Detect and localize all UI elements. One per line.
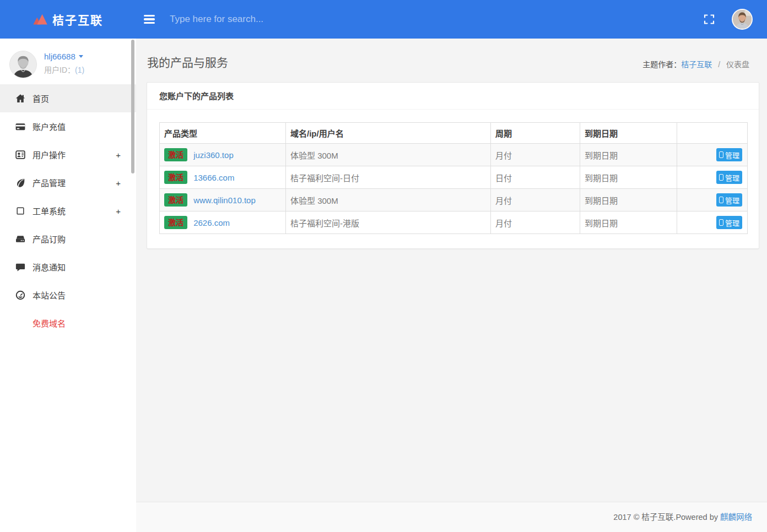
- dashboard-icon: [15, 290, 26, 301]
- expand-plus-icon[interactable]: +: [116, 150, 121, 159]
- sidebar-item-product-order[interactable]: 产品订购: [0, 225, 136, 253]
- sidebar: hlj66688 用户ID：(1) 首页: [0, 39, 136, 532]
- sidebar-username[interactable]: hlj66688: [44, 52, 84, 61]
- brand-title: 桔子互联: [52, 11, 103, 28]
- fullscreen-expand-icon[interactable]: [704, 14, 715, 25]
- sidebar-item-free-domain[interactable]: 免费域名: [0, 309, 136, 337]
- col-header-expiry: 到期日期: [580, 123, 677, 144]
- user-photo-avatar: [733, 10, 752, 29]
- status-badge: 激活: [164, 171, 187, 184]
- credit-card-icon: [15, 121, 26, 132]
- sidebar-user-panel: hlj66688 用户ID：(1): [0, 39, 136, 84]
- sidebar-menu: 首页 账户充值 用户操作 +: [0, 84, 136, 337]
- status-badge: 激活: [164, 148, 187, 161]
- user-photo-avatar-grayscale: [10, 51, 36, 78]
- home-icon: [15, 93, 26, 104]
- domain-link[interactable]: 13666.com: [193, 173, 234, 182]
- footer-text: 2017 © 桔子互联.Powered by: [613, 513, 720, 522]
- square-outline-icon: [15, 205, 26, 216]
- expand-plus-icon[interactable]: +: [116, 206, 121, 215]
- comment-icon: [15, 262, 26, 273]
- tofu-glyph-icon: [719, 151, 723, 158]
- sidebar-user-avatar[interactable]: [9, 51, 37, 78]
- expiry-cell: 到期日期: [580, 166, 677, 189]
- search-input[interactable]: [170, 10, 401, 29]
- brand-logo[interactable]: 桔子互联: [0, 0, 136, 39]
- mountain-logo-icon: [33, 14, 47, 25]
- sidebar-scrollbar-thumb[interactable]: [131, 40, 134, 173]
- col-header-actions: [677, 123, 748, 144]
- product-table: 产品类型 域名/ip/用户名 周期 到期日期 激活 juzi360.top 体验…: [159, 122, 748, 234]
- col-header-cycle: 周期: [491, 123, 580, 144]
- table-row: 激活 13666.com 桔子福利空间-日付 日付 到期日期 管理: [160, 166, 748, 189]
- status-badge: 激活: [164, 193, 187, 207]
- table-header-row: 产品类型 域名/ip/用户名 周期 到期日期: [160, 123, 748, 144]
- table-row: 激活 2626.com 桔子福利空间-港版 月付 到期日期 管理: [160, 211, 748, 234]
- page-title: 我的产品与服务: [147, 56, 228, 69]
- table-row: 激活 www.qilin010.top 体验型 300M 月付 到期日期 管理: [160, 189, 748, 211]
- sidebar-item-product-management[interactable]: 产品管理 +: [0, 169, 136, 197]
- page-footer: 2017 © 桔子互联.Powered by 麒麟网络: [136, 502, 767, 532]
- sidebar-item-recharge[interactable]: 账户充值: [0, 112, 136, 140]
- table-row: 激活 juzi360.top 体验型 300M 月付 到期日期 管理: [160, 144, 748, 166]
- breadcrumb: 主题作者：桔子互联 / 仪表盘: [642, 58, 749, 69]
- plan-cell: 桔子福利空间-日付: [286, 166, 491, 189]
- navbar-user-avatar[interactable]: [732, 9, 753, 30]
- footer-company-link[interactable]: 麒麟网络: [720, 513, 752, 522]
- sidebar-item-home[interactable]: 首页: [0, 84, 136, 112]
- cycle-cell: 月付: [491, 189, 580, 211]
- tofu-glyph-icon: [719, 174, 723, 181]
- col-header-domain: 域名/ip/用户名: [286, 123, 491, 144]
- expiry-cell: 到期日期: [580, 211, 677, 234]
- leaf-icon: [15, 177, 26, 188]
- cycle-cell: 月付: [491, 211, 580, 234]
- top-navbar: 桔子互联: [0, 0, 767, 39]
- expand-plus-icon[interactable]: +: [116, 178, 121, 187]
- tofu-glyph-icon: [719, 197, 723, 203]
- manage-button[interactable]: 管理: [716, 171, 742, 184]
- product-list-card: 您账户下的产品列表 产品类型 域名/ip/用户名 周期 到期日期: [147, 82, 759, 249]
- manage-button[interactable]: 管理: [716, 216, 742, 229]
- manage-button[interactable]: 管理: [716, 193, 742, 207]
- expiry-cell: 到期日期: [580, 144, 677, 166]
- cycle-cell: 月付: [491, 144, 580, 166]
- col-header-product-type: 产品类型: [160, 123, 286, 144]
- domain-link[interactable]: juzi360.top: [193, 150, 234, 160]
- status-badge: 激活: [164, 216, 187, 229]
- breadcrumb-current: 仪表盘: [726, 60, 749, 69]
- tofu-glyph-icon: [719, 219, 723, 226]
- plan-cell: 体验型 300M: [286, 144, 491, 166]
- sidebar-item-work-orders[interactable]: 工单系统 +: [0, 197, 136, 225]
- breadcrumb-theme-author-link[interactable]: 桔子互联: [681, 60, 712, 69]
- cycle-cell: 日付: [491, 166, 580, 189]
- main-content: 我的产品与服务 主题作者：桔子互联 / 仪表盘 您账户下的产品列表 产品类型 域…: [136, 39, 767, 502]
- sidebar-item-user-actions[interactable]: 用户操作 +: [0, 140, 136, 169]
- hamburger-icon[interactable]: [144, 15, 155, 24]
- plan-cell: 桔子福利空间-港版: [286, 211, 491, 234]
- sidebar-item-notifications[interactable]: 消息通知: [0, 253, 136, 281]
- caret-down-icon: [79, 55, 83, 58]
- domain-link[interactable]: www.qilin010.top: [193, 196, 256, 205]
- sidebar-item-announcements[interactable]: 本站公告: [0, 281, 136, 309]
- hdd-icon: [15, 234, 26, 245]
- address-book-icon: [15, 149, 26, 160]
- domain-link[interactable]: 2626.com: [193, 218, 230, 227]
- sidebar-user-id: 用户ID：(1): [44, 64, 84, 75]
- expiry-cell: 到期日期: [580, 189, 677, 211]
- card-title: 您账户下的产品列表: [147, 83, 759, 110]
- plan-cell: 体验型 300M: [286, 189, 491, 211]
- manage-button[interactable]: 管理: [716, 148, 742, 161]
